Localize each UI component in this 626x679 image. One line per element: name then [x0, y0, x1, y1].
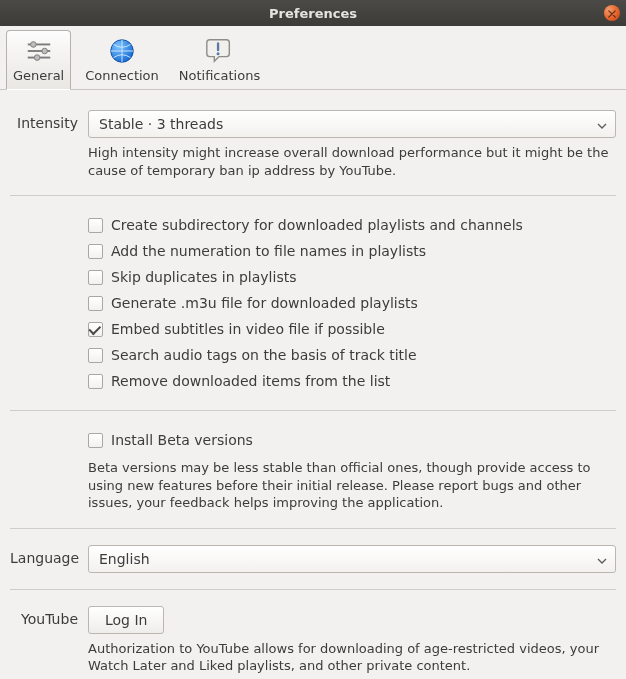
checkbox-icon — [88, 244, 103, 259]
separator — [10, 410, 616, 411]
button-label: Log In — [105, 612, 147, 628]
checkbox-icon — [88, 270, 103, 285]
checkbox-icon — [88, 296, 103, 311]
check-search-audio-tags[interactable]: Search audio tags on the basis of track … — [88, 342, 616, 368]
svg-point-4 — [41, 48, 47, 54]
language-label: Language — [10, 545, 88, 566]
check-skip-duplicates[interactable]: Skip duplicates in playlists — [88, 264, 616, 290]
check-generate-m3u[interactable]: Generate .m3u file for downloaded playli… — [88, 290, 616, 316]
beta-help: Beta versions may be less stable than of… — [88, 459, 616, 512]
row-youtube: YouTube Log In Authorization to YouTube … — [10, 600, 616, 679]
check-install-beta[interactable]: Install Beta versions — [88, 427, 616, 453]
tab-label: Notifications — [179, 68, 260, 83]
youtube-label: YouTube — [10, 606, 88, 627]
checkbox-icon — [88, 433, 103, 448]
check-label: Add the numeration to file names in play… — [111, 243, 426, 259]
checkbox-icon — [88, 374, 103, 389]
check-add-numeration[interactable]: Add the numeration to file names in play… — [88, 238, 616, 264]
notification-icon — [203, 35, 235, 67]
check-label: Generate .m3u file for downloaded playli… — [111, 295, 418, 311]
intensity-label: Intensity — [10, 110, 88, 131]
check-embed-subtitles[interactable]: Embed subtitles in video file if possibl… — [88, 316, 616, 342]
tab-connection[interactable]: Connection — [79, 31, 165, 89]
checkbox-icon — [88, 348, 103, 363]
check-label: Embed subtitles in video file if possibl… — [111, 321, 385, 337]
separator — [10, 589, 616, 590]
check-label: Remove downloaded items from the list — [111, 373, 390, 389]
row-language: Language English — [10, 539, 616, 579]
svg-point-5 — [34, 55, 40, 61]
toolbar: General Connection No — [0, 26, 626, 90]
svg-point-3 — [30, 42, 36, 48]
globe-icon — [106, 35, 138, 67]
check-label: Create subdirectory for downloaded playl… — [111, 217, 523, 233]
language-select[interactable]: English — [88, 545, 616, 573]
intensity-help: High intensity might increase overall do… — [88, 144, 616, 179]
chevron-down-icon — [597, 116, 607, 132]
window-title: Preferences — [0, 6, 626, 21]
intensity-value: Stable · 3 threads — [99, 116, 223, 132]
youtube-login-button[interactable]: Log In — [88, 606, 164, 634]
check-label: Install Beta versions — [111, 432, 253, 448]
checkbox-checked-icon — [88, 322, 103, 337]
separator — [10, 528, 616, 529]
intensity-select[interactable]: Stable · 3 threads — [88, 110, 616, 138]
row-intensity: Intensity Stable · 3 threads High intens… — [10, 104, 616, 185]
preferences-general-pane: Intensity Stable · 3 threads High intens… — [0, 90, 626, 679]
titlebar: Preferences — [0, 0, 626, 26]
sliders-icon — [23, 35, 55, 67]
tab-general[interactable]: General — [6, 30, 71, 90]
language-value: English — [99, 551, 150, 567]
chevron-down-icon — [597, 551, 607, 567]
checkbox-icon — [88, 218, 103, 233]
tab-label: Connection — [85, 68, 159, 83]
youtube-help: Authorization to YouTube allows for down… — [88, 640, 616, 675]
tab-label: General — [13, 68, 64, 83]
svg-point-8 — [217, 52, 220, 55]
tab-notifications[interactable]: Notifications — [173, 31, 266, 89]
check-label: Skip duplicates in playlists — [111, 269, 296, 285]
close-icon — [608, 6, 616, 21]
close-button[interactable] — [604, 5, 620, 21]
row-options: Create subdirectory for downloaded playl… — [10, 206, 616, 400]
row-beta: Install Beta versions Beta versions may … — [10, 421, 616, 518]
check-remove-downloaded[interactable]: Remove downloaded items from the list — [88, 368, 616, 394]
separator — [10, 195, 616, 196]
check-create-subdirectory[interactable]: Create subdirectory for downloaded playl… — [88, 212, 616, 238]
check-label: Search audio tags on the basis of track … — [111, 347, 417, 363]
